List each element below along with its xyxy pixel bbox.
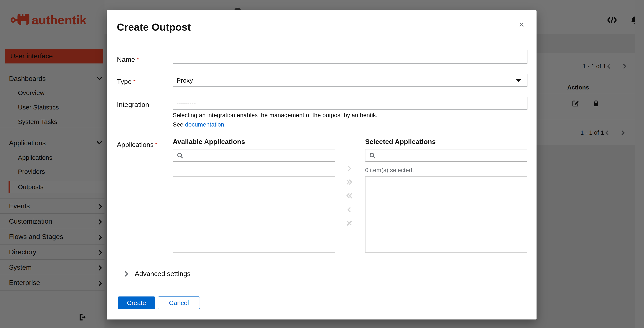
integration-select[interactable]: --------- (173, 97, 528, 110)
integration-help-text: Selecting an integration enables the man… (173, 112, 378, 118)
available-search-input[interactable] (173, 149, 335, 162)
search-icon (177, 153, 184, 159)
chevron-right-icon[interactable] (124, 271, 128, 277)
selected-applications-list[interactable] (365, 176, 527, 253)
name-label-text: Name (117, 56, 135, 63)
integration-help-docs: See documentation. (173, 121, 226, 128)
name-label: Name* (117, 55, 139, 64)
clear-selection-icon[interactable] (344, 220, 354, 227)
search-icon (369, 153, 376, 159)
name-input[interactable] (173, 50, 528, 64)
integration-label: Integration (117, 101, 149, 109)
selected-count-status: 0 item(s) selected. (365, 166, 414, 173)
required-marker: * (156, 142, 158, 148)
type-select-value: Proxy (176, 77, 193, 84)
required-marker: * (137, 56, 139, 63)
help-text: . (224, 121, 226, 128)
selected-search-input[interactable] (365, 149, 527, 162)
available-applications-heading: Available Applications (173, 138, 245, 146)
applications-label-text: Applications (117, 141, 154, 148)
help-text: See (173, 121, 185, 128)
type-select[interactable]: Proxy (173, 74, 528, 87)
close-icon[interactable]: ✕ (518, 21, 525, 29)
documentation-link[interactable]: documentation (185, 121, 224, 128)
move-selected-right-icon[interactable] (344, 165, 354, 172)
move-all-right-icon[interactable] (344, 178, 354, 185)
available-applications-list[interactable] (173, 176, 335, 253)
applications-label: Applications* (117, 141, 158, 149)
create-button[interactable]: Create (118, 297, 155, 309)
create-outpost-modal: Create Outpost ✕ Name* Type* Proxy Integ… (106, 10, 536, 320)
selected-applications-heading: Selected Applications (365, 138, 436, 146)
move-selected-left-icon[interactable] (344, 206, 354, 213)
move-all-left-icon[interactable] (344, 192, 354, 199)
type-label: Type* (117, 78, 136, 86)
required-marker: * (133, 78, 136, 85)
cancel-button[interactable]: Cancel (158, 297, 200, 309)
type-label-text: Type (117, 78, 132, 85)
caret-down-icon (516, 79, 521, 82)
advanced-settings-toggle[interactable]: Advanced settings (135, 270, 191, 278)
modal-title: Create Outpost (117, 21, 191, 33)
